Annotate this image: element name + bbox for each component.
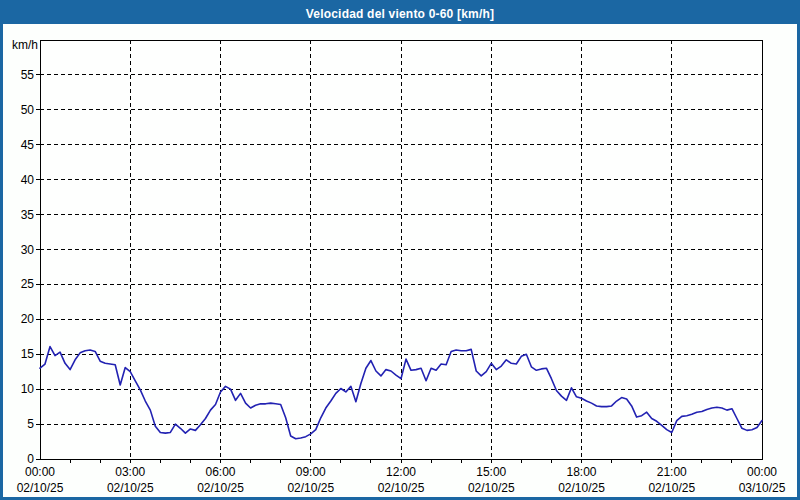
x-tick-time-label: 18:00 [566, 465, 596, 479]
x-tick-date-label: 02/10/25 [17, 481, 64, 495]
x-tick-time-label: 12:00 [386, 465, 416, 479]
x-tick-date-label: 02/10/25 [468, 481, 515, 495]
y-tick-label: 35 [21, 208, 35, 222]
y-tick-label: 20 [21, 312, 35, 326]
x-tick-date-label: 02/10/25 [558, 481, 605, 495]
chart-title: Velocidad del viento 0-60 [km/h] [306, 7, 494, 21]
y-tick-label: 50 [21, 103, 35, 117]
chart-area: 051015202530354045505500:0002/10/2503:00… [3, 24, 797, 497]
x-tick-time-label: 15:00 [476, 465, 506, 479]
x-tick-time-label: 09:00 [296, 465, 326, 479]
chart-window: Velocidad del viento 0-60 [km/h] 0510152… [0, 0, 800, 500]
x-tick-date-label: 02/10/25 [107, 481, 154, 495]
y-tick-label: 55 [21, 68, 35, 82]
x-tick-time-label: 00:00 [747, 465, 777, 479]
y-tick-label: 45 [21, 138, 35, 152]
y-tick-label: 30 [21, 243, 35, 257]
title-bar: Velocidad del viento 0-60 [km/h] [3, 3, 797, 24]
y-axis-unit-label: km/h [12, 38, 38, 52]
x-tick-date-label: 02/10/25 [648, 481, 695, 495]
y-tick-label: 10 [21, 382, 35, 396]
x-tick-time-label: 06:00 [205, 465, 235, 479]
y-tick-label: 25 [21, 277, 35, 291]
wind-speed-chart: 051015202530354045505500:0002/10/2503:00… [3, 24, 797, 497]
y-tick-label: 5 [27, 417, 34, 431]
y-tick-label: 0 [27, 452, 34, 466]
x-tick-date-label: 02/10/25 [287, 481, 334, 495]
x-tick-time-label: 03:00 [115, 465, 145, 479]
y-tick-label: 15 [21, 347, 35, 361]
y-tick-label: 40 [21, 173, 35, 187]
x-tick-date-label: 03/10/25 [739, 481, 786, 495]
x-tick-time-label: 21:00 [657, 465, 687, 479]
x-tick-date-label: 02/10/25 [378, 481, 425, 495]
x-tick-time-label: 00:00 [25, 465, 55, 479]
x-tick-date-label: 02/10/25 [197, 481, 244, 495]
